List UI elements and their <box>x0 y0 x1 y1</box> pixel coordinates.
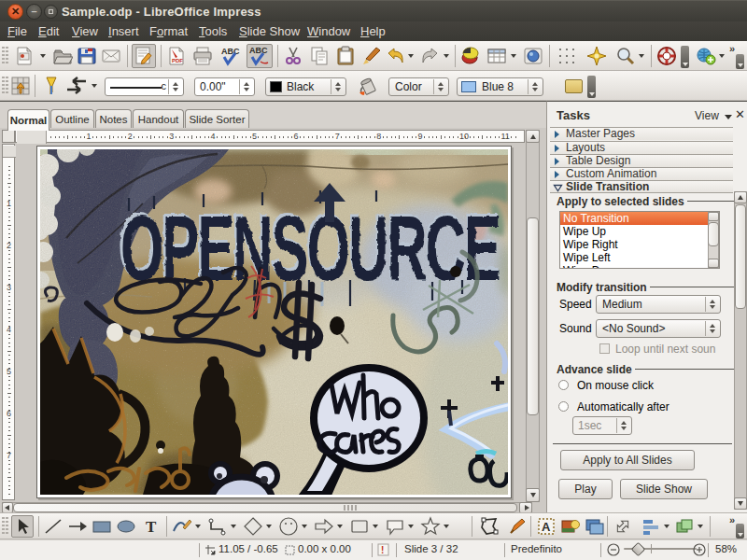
svg-text:A: A <box>542 520 551 534</box>
svg-text:ABC: ABC <box>221 47 240 56</box>
svg-text:T: T <box>146 518 157 536</box>
svg-text:!: ! <box>381 545 384 555</box>
svg-text:PDF: PDF <box>172 58 183 63</box>
svg-text:ABC: ABC <box>249 46 268 55</box>
